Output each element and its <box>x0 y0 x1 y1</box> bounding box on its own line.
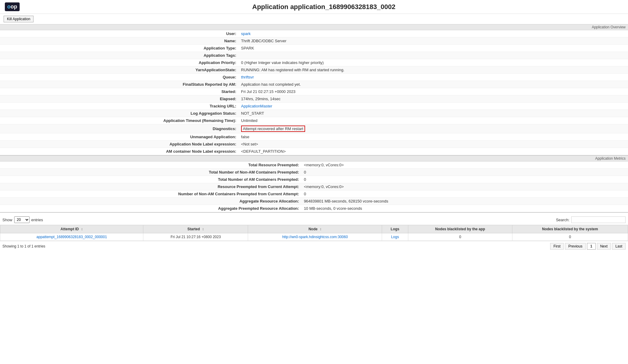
metrics-row: Total Number of Non-AM Containers Preemp… <box>0 169 628 176</box>
metrics-value: 0 <box>301 176 628 183</box>
overview-value: Application has not completed yet. <box>239 81 628 88</box>
column-header[interactable]: Started ↕ <box>143 225 248 233</box>
metrics-label: Aggregate Preempted Resource Allocation: <box>0 205 301 212</box>
overview-row: Application Priority:0 (Higher Integer v… <box>0 59 628 66</box>
node-link[interactable]: http://wn0-spark.hdinsightcss.com:30060 <box>282 235 348 239</box>
overview-value: <DEFAULT_PARTITION> <box>239 148 628 155</box>
previous-button[interactable]: Previous <box>565 243 586 250</box>
overview-label: FinalStatus Reported by AM: <box>0 81 239 88</box>
pagination: First Previous 1 Next Last <box>550 243 626 250</box>
logs-link[interactable]: Logs <box>391 235 399 239</box>
toolbar: Kill Application <box>0 14 628 24</box>
metrics-row: Resource Preempted from Current Attempt:… <box>0 183 628 190</box>
overview-value: <Not set> <box>239 141 628 148</box>
kill-application-button[interactable]: Kill Application <box>4 16 33 22</box>
metrics-row: Number of Non-AM Containers Preempted fr… <box>0 190 628 198</box>
overview-row: User:spark <box>0 30 628 37</box>
overview-label: Application Node Label expression: <box>0 141 239 148</box>
overview-label: Application Priority: <box>0 59 239 66</box>
column-header[interactable]: Attempt ID ↕ <box>0 225 143 233</box>
overview-row: Unmanaged Application:false <box>0 133 628 141</box>
last-button[interactable]: Last <box>612 243 626 250</box>
attempt-id-link[interactable]: appattempt_1689906328183_0002_000001 <box>37 235 107 239</box>
nodes-blacklisted-system-cell: 0 <box>512 233 628 241</box>
node-cell: http://wn0-spark.hdinsightcss.com:30060 <box>248 233 382 241</box>
app-overview-table: User:sparkName:Thrift JDBC/ODBC ServerAp… <box>0 30 628 155</box>
overview-label: Log Aggregation Status: <box>0 110 239 117</box>
overview-value: SPARK <box>239 45 628 52</box>
overview-row: Log Aggregation Status:NOT_START <box>0 110 628 117</box>
page-header: oop Application application_168990632818… <box>0 0 628 14</box>
app-metrics-table: Total Resource Preempted:<memory:0, vCor… <box>0 161 628 212</box>
next-button[interactable]: Next <box>597 243 611 250</box>
overview-label: Application Type: <box>0 45 239 52</box>
overview-label: Application Tags: <box>0 52 239 59</box>
overview-value: Unlimited <box>239 117 628 124</box>
metrics-label: Resource Preempted from Current Attempt: <box>0 183 301 190</box>
overview-row: Application Timeout (Remaining Time):Unl… <box>0 117 628 124</box>
column-header[interactable]: Node ↕ <box>248 225 382 233</box>
first-button[interactable]: First <box>550 243 564 250</box>
search-box: Search: <box>556 216 626 223</box>
started-cell: Fri Jul 21 10:27:16 +0800 2023 <box>143 233 248 241</box>
overview-label: YarnApplicationState: <box>0 66 239 74</box>
overview-value: Fri Jul 21 02:27:15 +0000 2023 <box>239 88 628 95</box>
metrics-value: 10 MB-seconds, 0 vcore-seconds <box>301 205 628 212</box>
overview-value: Thrift JDBC/ODBC Server <box>239 37 628 45</box>
metrics-row: Aggregate Preempted Resource Allocation:… <box>0 205 628 212</box>
metrics-label: Total Number of Non-AM Containers Preemp… <box>0 169 301 176</box>
overview-value: false <box>239 133 628 141</box>
table-controls: Show 102050100 entries Search: <box>0 215 628 225</box>
overview-row: Diagnostics:Attempt recovered after RM r… <box>0 124 628 133</box>
overview-label: Name: <box>0 37 239 45</box>
overview-row: Elapsed:174hrs, 29mins, 14sec <box>0 95 628 103</box>
page-title: Application application_1689906328183_00… <box>24 3 623 11</box>
overview-row: Application Tags: <box>0 52 628 59</box>
metrics-value: <memory:0, vCores:0> <box>301 161 628 169</box>
attempts-table: Attempt ID ↕Started ↕Node ↕LogsNodes bla… <box>0 225 628 241</box>
overview-link[interactable]: thriftsvr <box>241 75 254 79</box>
metrics-label: Aggregate Resource Allocation: <box>0 198 301 205</box>
column-header: Nodes blacklisted by the app <box>408 225 512 233</box>
overview-row: Application Node Label expression:<Not s… <box>0 141 628 148</box>
overview-value: spark <box>239 30 628 37</box>
logo: oop <box>5 2 20 11</box>
overview-row: AM container Node Label expression:<DEFA… <box>0 148 628 155</box>
app-overview-section: Application Overview User:sparkName:Thri… <box>0 24 628 156</box>
metrics-value: <memory:0, vCores:0> <box>301 183 628 190</box>
overview-value: thriftsvr <box>239 74 628 81</box>
current-page: 1 <box>587 243 596 250</box>
nodes-blacklisted-app-cell: 0 <box>408 233 512 241</box>
entries-select[interactable]: 102050100 <box>14 216 30 223</box>
overview-link[interactable]: spark <box>241 31 251 36</box>
metrics-label: Total Resource Preempted: <box>0 161 301 169</box>
overview-link[interactable]: ApplicationMaster <box>241 104 272 108</box>
attempts-table-section: Show 102050100 entries Search: Attempt I… <box>0 213 628 254</box>
metrics-label: Total Number of AM Containers Preempted: <box>0 176 301 183</box>
overview-value: 0 (Higher Integer value indicates higher… <box>239 59 628 66</box>
search-input[interactable] <box>571 216 626 223</box>
overview-value: RUNNING: AM has registered with RM and s… <box>239 66 628 74</box>
overview-value: ApplicationMaster <box>239 103 628 110</box>
overview-label: Unmanaged Application: <box>0 133 239 141</box>
overview-label: User: <box>0 30 239 37</box>
overview-label: Queue: <box>0 74 239 81</box>
overview-row: FinalStatus Reported by AM:Application h… <box>0 81 628 88</box>
overview-label: Tracking URL: <box>0 103 239 110</box>
overview-row: Name:Thrift JDBC/ODBC Server <box>0 37 628 45</box>
search-label: Search: <box>556 218 569 222</box>
metrics-label: Number of Non-AM Containers Preempted fr… <box>0 190 301 198</box>
metrics-value: 0 <box>301 169 628 176</box>
metrics-value: 0 <box>301 190 628 198</box>
overview-row: Application Type:SPARK <box>0 45 628 52</box>
app-metrics-section: Application Metrics Total Resource Preem… <box>0 156 628 213</box>
overview-label: AM container Node Label expression: <box>0 148 239 155</box>
showing-text: Showing 1 to 1 of 1 entries <box>2 244 45 248</box>
overview-row: Started:Fri Jul 21 02:27:15 +0000 2023 <box>0 88 628 95</box>
overview-value: 174hrs, 29mins, 14sec <box>239 95 628 103</box>
overview-label: Diagnostics: <box>0 124 239 133</box>
overview-row: Queue:thriftsvr <box>0 74 628 81</box>
overview-value <box>239 52 628 59</box>
metrics-row: Aggregate Resource Allocation:964839801 … <box>0 198 628 205</box>
logs-cell: Logs <box>382 233 408 241</box>
